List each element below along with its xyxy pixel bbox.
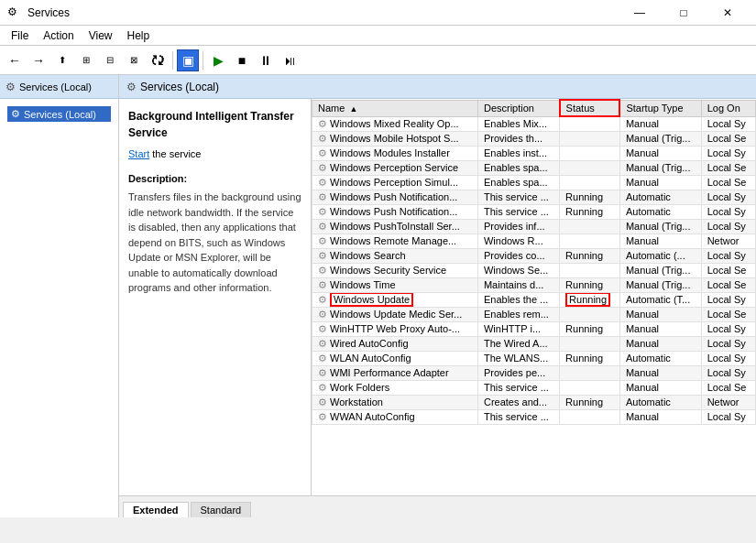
col-header-status[interactable]: Status (560, 100, 620, 116)
service-startup-cell: Manual (619, 409, 701, 424)
service-status-cell (560, 263, 620, 277)
table-row[interactable]: ⚙Windows PushToInstall Ser...Provides in… (312, 219, 756, 233)
table-row[interactable]: ⚙WWAN AutoConfigThis service ...ManualLo… (312, 409, 756, 424)
service-description-cell: Provides pe... (477, 365, 559, 380)
service-startup-cell: Manual (619, 336, 701, 351)
services-table-container[interactable]: Name ▲ Description Status Startup Type L… (312, 99, 756, 495)
toolbar-back[interactable]: ← (4, 49, 26, 71)
service-name-cell: ⚙WLAN AutoConfig (312, 351, 478, 365)
service-name-cell: ⚙Windows Update (312, 292, 478, 307)
service-name-text: Windows Remote Manage... (330, 235, 456, 246)
left-panel-header: ⚙ Services (Local) (0, 75, 118, 99)
tab-extended[interactable]: Extended (123, 502, 189, 517)
service-gear-icon: ⚙ (318, 309, 327, 320)
minimize-button[interactable]: — (619, 0, 661, 26)
description-text: Transfers files in the background using … (128, 190, 301, 296)
service-start-link[interactable]: Start (128, 148, 149, 159)
toolbar-refresh[interactable]: 🗘 (147, 49, 169, 71)
service-startup-cell: Automatic (619, 351, 701, 365)
service-status-cell (560, 146, 620, 160)
highlighted-status: Running (565, 292, 610, 307)
menu-view[interactable]: View (82, 27, 120, 44)
toolbar-stop-service[interactable]: ■ (231, 49, 253, 71)
table-row[interactable]: ⚙Windows Push Notification...This servic… (312, 204, 756, 219)
menu-help[interactable]: Help (120, 27, 158, 44)
table-row[interactable]: ⚙Windows Mobile Hotspot S...Provides th.… (312, 131, 756, 146)
service-description-cell: Provides inf... (477, 219, 559, 233)
left-panel: ⚙ Services (Local) ⚙ Services (Local) (0, 75, 119, 517)
service-logon-cell: Local Sy (701, 292, 755, 307)
toolbar-show-hide-console[interactable]: ⊞ (75, 49, 97, 71)
service-description-cell: Provides th... (477, 131, 559, 146)
toolbar-restart-service[interactable]: ⏯ (279, 49, 301, 71)
col-header-startup-type[interactable]: Startup Type (619, 100, 701, 116)
toolbar-new-window[interactable]: ⊟ (99, 49, 121, 71)
table-row[interactable]: ⚙Windows Perception Simul...Enables spa.… (312, 175, 756, 190)
table-row[interactable]: ⚙Windows SearchProvides co...RunningAuto… (312, 248, 756, 263)
col-header-description[interactable]: Description (477, 100, 559, 116)
service-startup-cell: Manual (619, 307, 701, 321)
table-row[interactable]: ⚙WMI Performance AdapterProvides pe...Ma… (312, 365, 756, 380)
close-button[interactable]: ✕ (707, 0, 749, 26)
service-startup-cell: Manual (619, 233, 701, 248)
service-logon-cell: Local Sy (701, 409, 755, 424)
toolbar-forward[interactable]: → (27, 49, 49, 71)
table-row[interactable]: ⚙Windows UpdateEnables the ...RunningAut… (312, 292, 756, 307)
service-startup-cell: Manual (619, 321, 701, 336)
menu-file[interactable]: File (4, 27, 36, 44)
service-name-cell: ⚙Windows Perception Simul... (312, 175, 478, 190)
left-panel-services-local[interactable]: ⚙ Services (Local) (7, 106, 111, 122)
table-row[interactable]: ⚙Windows Push Notification...This servic… (312, 190, 756, 204)
service-logon-cell: Local Sy (701, 219, 755, 233)
table-row[interactable]: ⚙Windows Security ServiceWindows Se...Ma… (312, 263, 756, 277)
table-row[interactable]: ⚙Windows Update Medic Ser...Enables rem.… (312, 307, 756, 321)
toolbar-start-service[interactable]: ▶ (207, 49, 229, 71)
menu-action[interactable]: Action (36, 27, 81, 44)
service-description-cell: Enables rem... (477, 307, 559, 321)
toolbar-pause-service[interactable]: ⏸ (255, 49, 277, 71)
service-status-cell (560, 409, 620, 424)
service-status-cell: Running (560, 395, 620, 409)
toolbar-filter-icon[interactable]: ▣ (177, 49, 199, 71)
service-startup-cell: Automatic (T... (619, 292, 701, 307)
toolbar-up[interactable]: ⬆ (51, 49, 73, 71)
service-logon-cell: Networ (701, 395, 755, 409)
service-startup-cell: Manual (Trig... (619, 263, 701, 277)
tab-standard[interactable]: Standard (191, 502, 252, 517)
table-row[interactable]: ⚙Wired AutoConfigThe Wired A...ManualLoc… (312, 336, 756, 351)
service-status-cell (560, 336, 620, 351)
table-row[interactable]: ⚙Windows Mixed Reality Op...Enables Mix.… (312, 116, 756, 131)
service-status-cell (560, 131, 620, 146)
table-row[interactable]: ⚙WLAN AutoConfigThe WLANS...RunningAutom… (312, 351, 756, 365)
maximize-button[interactable]: □ (663, 0, 705, 26)
service-startup-cell: Manual (Trig... (619, 277, 701, 292)
service-logon-cell: Local Se (701, 131, 755, 146)
service-gear-icon: ⚙ (318, 235, 327, 246)
service-startup-cell: Manual (Trig... (619, 131, 701, 146)
service-startup-cell: Automatic (... (619, 248, 701, 263)
col-header-name[interactable]: Name ▲ (312, 100, 478, 116)
table-row[interactable]: ⚙WinHTTP Web Proxy Auto-...WinHTTP i...R… (312, 321, 756, 336)
service-logon-cell: Local Se (701, 277, 755, 292)
table-row[interactable]: ⚙Windows TimeMaintains d...RunningManual… (312, 277, 756, 292)
service-startup-cell: Manual (Trig... (619, 160, 701, 175)
col-header-log-on[interactable]: Log On (701, 100, 755, 116)
service-gear-icon: ⚙ (318, 411, 327, 422)
service-status-cell (560, 160, 620, 175)
service-name-text: Windows Security Service (330, 265, 446, 276)
table-header-row: Name ▲ Description Status Startup Type L… (312, 100, 756, 116)
title-bar-left: ⚙ Services (7, 5, 70, 20)
service-name-cell: ⚙Windows Security Service (312, 263, 478, 277)
toolbar-properties[interactable]: ⊠ (123, 49, 145, 71)
service-startup-cell: Automatic (619, 395, 701, 409)
sort-arrow: ▲ (349, 104, 357, 114)
table-row[interactable]: ⚙Windows Remote Manage...Windows R...Man… (312, 233, 756, 248)
toolbar-separator-1 (172, 51, 173, 70)
table-row[interactable]: ⚙Windows Perception ServiceEnables spa..… (312, 160, 756, 175)
service-gear-icon: ⚙ (318, 147, 327, 158)
service-start-line: Start the service (128, 147, 301, 162)
table-row[interactable]: ⚙Windows Modules InstallerEnables inst..… (312, 146, 756, 160)
service-name-cell: ⚙Wired AutoConfig (312, 336, 478, 351)
table-row[interactable]: ⚙WorkstationCreates and...RunningAutomat… (312, 395, 756, 409)
table-row[interactable]: ⚙Work FoldersThis service ...ManualLocal… (312, 380, 756, 395)
